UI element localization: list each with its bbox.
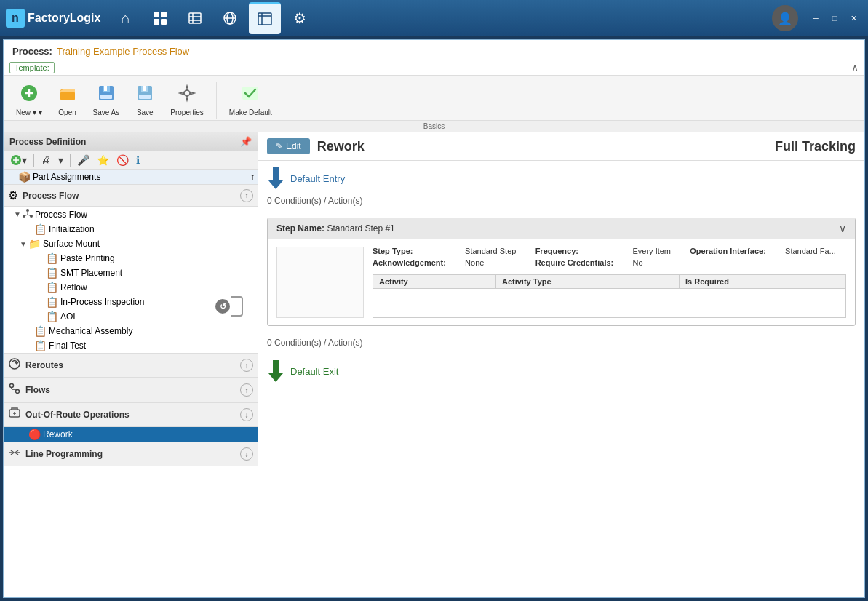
svg-rect-0 [154,12,159,17]
process-flow-up-button[interactable]: ↑ [240,189,253,202]
properties-button[interactable]: Properties [164,80,210,120]
step-card: Step Name: Standard Step #1 ∨ Step Type:… [267,218,856,326]
template-bar: Template: ∧ [4,60,864,76]
edit-label: Edit [286,141,301,151]
mech-expand [24,326,34,336]
right-panel: ✎ Edit Rework Full Tracking Default Entr… [258,132,864,597]
line-programming-section[interactable]: Line Programming ↓ [4,442,258,466]
smt-placement-icon: 📋 [46,267,58,279]
ribbon-collapse-button[interactable]: ∧ [851,62,859,73]
make-default-button[interactable]: Make Default [223,80,279,120]
process-flow-root-icon [23,208,33,220]
tree-container[interactable]: 📦 Part Assignments ↑ ⚙ Process Flow ↑ ▼ [4,170,258,597]
default-entry-link[interactable]: Default Entry [290,173,345,184]
out-of-route-up-button[interactable]: ↓ [240,408,253,421]
open-button[interactable]: Open [52,80,84,120]
mic-tool-button[interactable]: 🎤 [75,154,92,167]
svg-point-33 [23,215,25,218]
part-assignments-icon: 📦 [18,171,31,183]
edit-pencil-icon: ✎ [276,141,283,151]
edit-button[interactable]: ✎ Edit [267,138,310,154]
acknowledgement-label: Acknowledgement: [373,258,456,267]
process-label: Process: [12,46,52,57]
svg-rect-11 [258,13,271,25]
out-of-route-section[interactable]: Out-Of-Route Operations ↓ [4,402,258,427]
process-flow-root-item[interactable]: ▼ Process Flow [4,207,258,222]
surface-mount-expand[interactable]: ▼ [18,239,28,249]
step-name-label: Step Name: [276,223,324,234]
close-button[interactable]: ✕ [845,11,862,25]
reroutes-icon [8,357,21,373]
step-card-expand-button[interactable]: ∨ [839,223,846,234]
flows-up-button[interactable]: ↑ [240,383,253,397]
template-label: Template: [9,62,55,73]
reflow-item[interactable]: 📋 Reflow [4,280,258,295]
surface-mount-item[interactable]: ▼ 📁 Surface Mount [4,236,258,251]
svg-rect-49 [273,360,279,375]
add-tool-button[interactable]: ▾ [8,154,29,167]
operation-interface-value: Standard Fa... [785,247,846,255]
initialization-item[interactable]: 📋 Initialization [4,222,258,236]
part-assignments-item[interactable]: 📦 Part Assignments ↑ [4,170,258,184]
star-tool-button[interactable]: ⭐ [95,154,111,167]
line-programming-down-button[interactable]: ↓ [240,447,253,461]
nav-layers-button[interactable] [179,2,211,34]
print-tool-button[interactable]: 🖨 [39,154,53,167]
make-default-icon [241,84,260,107]
panel-header: Process Definition 📌 [4,132,258,151]
smt-placement-item[interactable]: 📋 SMT Placement [4,266,258,280]
svg-rect-26 [139,95,151,99]
mechanical-assembly-item[interactable]: 📋 Mechanical Assembly [4,324,258,338]
step-title: Rework [317,139,775,154]
paste-expand [36,253,46,263]
initialization-label: Initialization [49,224,95,234]
activity-col-required: Is Required [680,275,846,289]
new-icon [20,84,39,107]
paste-printing-item[interactable]: 📋 Paste Printing [4,251,258,266]
app-container: Process: Training Example Process Flow T… [3,39,865,598]
new-label: New ▾ [16,108,42,116]
final-test-item[interactable]: 📋 Final Test [4,338,258,353]
print-arrow-button[interactable]: ▾ [56,154,65,167]
process-flow-section-label: Process Flow [23,191,79,201]
reroutes-up-button[interactable]: ↑ [240,359,253,372]
info-tool-button[interactable]: ℹ [134,154,142,167]
nav-home-button[interactable]: ⌂ [109,2,141,34]
delete-tool-button[interactable]: 🚫 [114,154,131,167]
require-credentials-value: No [632,258,681,267]
new-button[interactable]: New ▾ [9,80,49,120]
exit-arrow-container [267,359,284,383]
save-label: Save [137,108,154,116]
reroute-connector: ↺ [215,296,243,317]
flows-section[interactable]: Flows ↑ [4,378,258,402]
save-as-button[interactable]: Save As [87,80,127,120]
process-flow-section[interactable]: ⚙ Process Flow ↑ [4,184,258,207]
nav-settings-button[interactable]: ⚙ [284,2,316,34]
rework-item[interactable]: 🔴 Rework [4,427,258,442]
nav-grid-button[interactable] [144,2,176,34]
default-exit-link[interactable]: Default Exit [290,366,338,377]
restore-button[interactable]: □ [826,11,843,25]
mechanical-assembly-label: Mechanical Assembly [49,326,132,336]
process-flow-expand[interactable]: ▼ [12,210,23,220]
flows-icon [8,382,21,398]
init-expand [24,224,34,234]
aoi-expand [36,311,46,322]
svg-rect-47 [273,167,279,182]
reroutes-label: Reroutes [25,360,63,370]
right-scroll[interactable]: Default Entry 0 Condition(s) / Action(s)… [258,161,864,597]
title-bar: Process: Training Example Process Flow [4,40,864,60]
nav-globe-button[interactable] [214,2,246,34]
surface-mount-label: Surface Mount [43,239,100,249]
line-programming-icon [8,446,21,462]
minimize-button[interactable]: ─ [807,11,824,25]
reroutes-section[interactable]: Reroutes ↑ [4,353,258,378]
part-assignments-label: Part Assignments [33,172,100,182]
nav-board-button[interactable] [249,2,281,34]
save-button[interactable]: Save [129,80,161,120]
ribbon-tools: New ▾ Open Save As Save [4,76,864,120]
in-process-inspection-item[interactable]: 📋 In-Process Inspection ↺ [4,295,258,309]
activity-col-type: Activity Type [495,275,679,289]
panel-toolbar: ▾ 🖨 ▾ 🎤 ⭐ 🚫 ℹ [4,151,258,170]
pin-button[interactable]: 📌 [240,136,252,147]
